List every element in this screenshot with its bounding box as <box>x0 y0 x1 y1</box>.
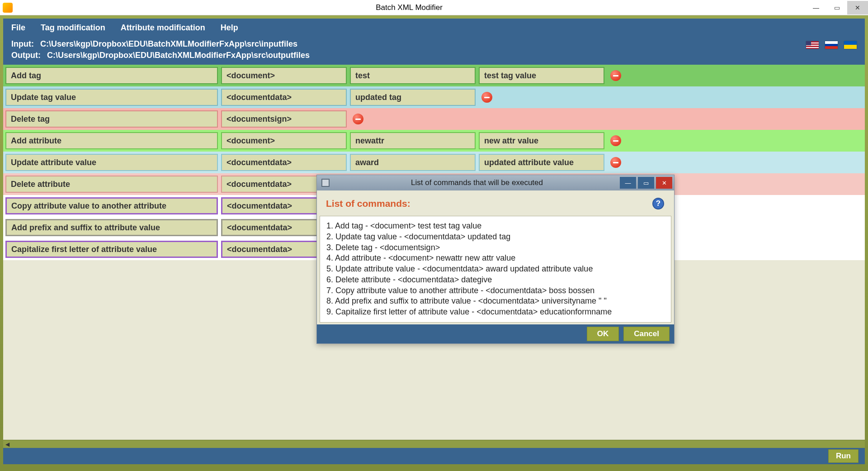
action-cell[interactable]: Add tag <box>5 67 218 84</box>
remove-icon[interactable] <box>353 114 363 124</box>
dialog-header: List of commands: ? <box>320 193 671 216</box>
app-icon <box>3 3 13 13</box>
paths-bar: Input: C:\Users\kgp\Dropbox\EDU\BatchXML… <box>3 37 865 65</box>
dialog-list-item: 4. Add attribute - <document> newattr ne… <box>326 253 665 264</box>
bottom-bar: Run <box>3 448 865 464</box>
paths-container: Input: C:\Users\kgp\Dropbox\EDU\BatchXML… <box>11 39 310 60</box>
value2-cell[interactable]: test tag value <box>479 67 604 84</box>
tag-cell[interactable]: <document> <box>221 67 347 84</box>
action-cell[interactable]: Add prefix and suffix to attribute value <box>5 219 218 236</box>
menu-file[interactable]: File <box>11 23 25 33</box>
dialog-list-item: 3. Delete tag - <documentsign> <box>326 243 665 253</box>
dialog-footer: OK Cancel <box>317 324 674 343</box>
value1-cell[interactable]: updated tag <box>350 89 476 106</box>
tag-cell[interactable]: <document> <box>221 132 347 149</box>
command-row: Delete tag<documentsign> <box>3 108 865 130</box>
dialog-list-item: 2. Update tag value - <documentdata> upd… <box>326 232 665 243</box>
maximize-button[interactable]: ▭ <box>826 1 847 14</box>
dialog-list-item: 9. Capitalize first letter of attribute … <box>326 307 665 318</box>
flag-ru-icon[interactable] <box>825 41 838 49</box>
dialog-maximize-button[interactable]: ▭ <box>638 177 654 189</box>
run-button[interactable]: Run <box>828 449 859 463</box>
tag-cell[interactable]: <documentdata> <box>221 154 347 171</box>
dialog-list-item: 8. Add prefix and suffix to attribute va… <box>326 296 665 307</box>
dialog-list-item: 7. Copy attribute value to another attri… <box>326 285 665 296</box>
action-cell[interactable]: Update tag value <box>5 89 218 106</box>
dialog-minimize-button[interactable]: — <box>620 177 636 189</box>
minimize-button[interactable]: — <box>806 1 826 14</box>
dialog-cancel-button[interactable]: Cancel <box>623 327 670 341</box>
horizontal-scrollbar[interactable]: ◀ <box>3 440 865 448</box>
output-label: Output: <box>11 51 41 60</box>
flag-ua-icon[interactable] <box>844 41 857 49</box>
command-row: Update tag value<documentdata>updated ta… <box>3 86 865 108</box>
dialog-titlebar: List of commands that will be executed —… <box>317 175 674 190</box>
input-label: Input: <box>11 39 34 49</box>
dialog-window-controls: — ▭ ✕ <box>620 177 674 189</box>
action-cell[interactable]: Delete attribute <box>5 176 218 193</box>
dialog-list-item: 1. Add tag - <document> test test tag va… <box>326 221 665 232</box>
menu-help[interactable]: Help <box>221 23 238 33</box>
value1-cell[interactable]: test <box>350 67 476 84</box>
dialog-list-item: 6. Delete attribute - <documentdata> dat… <box>326 275 665 285</box>
menu-tag-modification[interactable]: Tag modification <box>41 23 105 33</box>
remove-icon[interactable] <box>610 157 621 168</box>
value2-cell[interactable]: updated attribute value <box>479 154 604 171</box>
input-path-row: Input: C:\Users\kgp\Dropbox\EDU\BatchXML… <box>11 39 310 49</box>
value1-cell[interactable]: newattr <box>350 132 476 149</box>
input-path: C:\Users\kgp\Dropbox\EDU\BatchXMLModifie… <box>40 39 297 49</box>
command-row: Update attribute value<documentdata>awar… <box>3 152 865 173</box>
dialog-command-list: 1. Add tag - <document> test test tag va… <box>320 216 671 323</box>
command-row: Add tag<document>testtest tag value <box>3 65 865 86</box>
help-icon[interactable]: ? <box>652 198 664 209</box>
close-button[interactable]: ✕ <box>847 1 868 14</box>
dialog-title: List of commands that will be executed <box>334 178 620 187</box>
value1-cell[interactable]: award <box>350 154 476 171</box>
output-path: C:\Users\kgp\Dropbox\EDU\BatchXMLModifie… <box>47 51 310 60</box>
value2-cell[interactable]: new attr value <box>479 132 604 149</box>
dialog-app-icon <box>321 179 330 187</box>
remove-icon[interactable] <box>610 70 621 81</box>
dialog-body: List of commands: ? 1. Add tag - <docume… <box>317 190 674 343</box>
remove-icon[interactable] <box>610 135 621 146</box>
tag-cell[interactable]: <documentdata> <box>221 89 347 106</box>
action-cell[interactable]: Add attribute <box>5 132 218 149</box>
flag-us-icon[interactable] <box>806 41 819 49</box>
action-cell[interactable]: Copy attribute value to another attribut… <box>5 197 218 214</box>
remove-icon[interactable] <box>481 92 492 103</box>
window-controls: — ▭ ✕ <box>806 1 868 14</box>
window-titlebar: Batch XML Modifier — ▭ ✕ <box>0 0 868 15</box>
command-row: Add attribute<document>newattrnew attr v… <box>3 130 865 152</box>
window-title: Batch XML Modifier <box>13 3 806 12</box>
language-flags <box>806 39 857 60</box>
dialog-list-item: 5. Update attribute value - <documentdat… <box>326 264 665 275</box>
action-cell[interactable]: Delete tag <box>5 110 218 128</box>
output-path-row: Output: C:\Users\kgp\Dropbox\EDU\BatchXM… <box>11 51 310 60</box>
commands-dialog: List of commands that will be executed —… <box>316 175 675 344</box>
dialog-header-text: List of commands: <box>326 198 410 209</box>
menu-attribute-modification[interactable]: Attribute modification <box>121 23 205 33</box>
action-cell[interactable]: Capitalize first letter of attribute val… <box>5 241 218 258</box>
dialog-ok-button[interactable]: OK <box>587 327 619 341</box>
dialog-close-button[interactable]: ✕ <box>656 177 672 189</box>
tag-cell[interactable]: <documentsign> <box>221 110 347 128</box>
menu-bar: File Tag modification Attribute modifica… <box>3 19 865 37</box>
scroll-left-icon[interactable]: ◀ <box>3 440 11 448</box>
action-cell[interactable]: Update attribute value <box>5 154 218 171</box>
